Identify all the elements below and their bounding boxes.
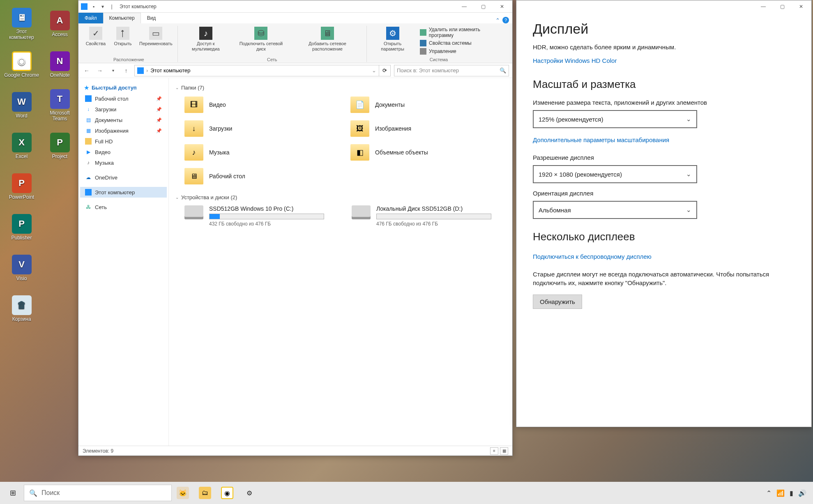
folder-3d[interactable]: ◧Объемные объекты bbox=[349, 141, 507, 164]
desktop-icon-access[interactable]: AAccess bbox=[42, 7, 77, 41]
desktop-icon-visio[interactable]: VVisio bbox=[4, 251, 39, 285]
taskbar-explorer[interactable]: 🗂 bbox=[194, 482, 216, 504]
nav-downloads[interactable]: ↓Загрузки📌 bbox=[80, 104, 167, 115]
map-drive-button[interactable]: ⛁Подключить сетевой диск bbox=[233, 26, 289, 52]
desktop-icon-publisher[interactable]: PPublisher bbox=[4, 210, 39, 245]
qat-button[interactable]: ▪ bbox=[90, 3, 97, 10]
drive-free: 476 ГБ свободно из 476 ГБ bbox=[376, 221, 491, 227]
hdr-settings-link[interactable]: Настройки Windows HD Color bbox=[533, 57, 617, 64]
drive-icon bbox=[184, 205, 203, 219]
system-properties-link[interactable]: Свойства системы bbox=[420, 40, 505, 46]
refresh-button[interactable]: ⟳ bbox=[379, 65, 391, 76]
advanced-scaling-link[interactable]: Дополнительные параметры масштабирования bbox=[533, 136, 669, 143]
collapse-ribbon-icon[interactable]: ⌃ bbox=[495, 17, 500, 23]
folder-documents[interactable]: 📄Документы bbox=[349, 93, 507, 116]
maximize-button[interactable]: ▢ bbox=[474, 0, 493, 13]
media-access-button[interactable]: ♪Доступ к мультимедиа bbox=[181, 26, 230, 52]
start-button[interactable]: ⊞ bbox=[2, 482, 24, 504]
manage-link[interactable]: Управление bbox=[420, 48, 505, 55]
recent-button[interactable]: ▾ bbox=[108, 66, 118, 76]
taskbar-cortana[interactable]: 🐱 bbox=[172, 482, 194, 504]
open-button[interactable]: ⭡Открыть bbox=[111, 26, 135, 47]
icons-view-button[interactable]: ▦ bbox=[500, 447, 508, 455]
nav-videos[interactable]: ▶Видео bbox=[80, 147, 167, 157]
tab-computer[interactable]: Компьютер bbox=[103, 13, 141, 23]
detect-button[interactable]: Обнаружить bbox=[533, 295, 582, 309]
explorer-titlebar[interactable]: ▪ ▾ | Этот компьютер — ▢ ✕ bbox=[78, 0, 512, 13]
folder-desktop[interactable]: 🖥Рабочий стол bbox=[183, 165, 341, 188]
folder-videos[interactable]: 🎞Видео bbox=[183, 93, 341, 116]
orientation-dropdown[interactable]: Альбомная⌄ bbox=[533, 201, 697, 219]
minimize-button[interactable]: — bbox=[455, 0, 474, 13]
chevron-down-icon[interactable]: ⌄ bbox=[372, 67, 376, 74]
tab-file[interactable]: Файл bbox=[78, 13, 103, 23]
desktop-icon-recycle[interactable]: 🗑Корзина bbox=[4, 291, 39, 326]
scale-dropdown[interactable]: 125% (рекомендуется)⌄ bbox=[533, 110, 697, 128]
volume-icon[interactable]: 🔊 bbox=[798, 489, 806, 497]
nav-onedrive[interactable]: ☁OneDrive bbox=[80, 172, 167, 183]
details-view-button[interactable]: ≡ bbox=[490, 447, 498, 455]
desktop-icon-excel[interactable]: XExcel bbox=[4, 129, 39, 163]
folder-downloads[interactable]: ↓Загрузки bbox=[183, 117, 341, 140]
desktop-icon-chrome[interactable]: ◉Google Chrome bbox=[4, 47, 39, 82]
nav-fullhd[interactable]: Full HD bbox=[80, 136, 167, 147]
battery-icon[interactable]: ▮ bbox=[790, 489, 793, 497]
drive-d[interactable]: Локальный Диск SSD512GB (D:) 476 ГБ своб… bbox=[350, 203, 507, 229]
desktop-icon-label: Excel bbox=[16, 154, 28, 159]
folder-music[interactable]: ♪Музыка bbox=[183, 141, 341, 164]
taskbar-chrome[interactable]: ◉ bbox=[216, 482, 238, 504]
quick-access-header[interactable]: ★Быстрый доступ bbox=[80, 82, 167, 93]
drive-free: 432 ГБ свободно из 476 ГБ bbox=[209, 221, 324, 227]
qat-dropdown[interactable]: ▾ bbox=[99, 3, 106, 10]
nav-desktop[interactable]: Рабочий стол📌 bbox=[80, 93, 167, 104]
folder-icon: 🖼 bbox=[350, 120, 369, 137]
nav-documents[interactable]: ▤Документы📌 bbox=[80, 115, 167, 125]
resolution-dropdown[interactable]: 1920 × 1080 (рекомендуется)⌄ bbox=[533, 165, 697, 183]
desktop-icon-onenote[interactable]: NOneNote bbox=[42, 47, 77, 82]
wireless-display-link[interactable]: Подключиться к беспроводному дисплею bbox=[533, 253, 652, 260]
minimize-button[interactable]: — bbox=[754, 0, 773, 13]
desktop-icon-powerpoint[interactable]: PPowerPoint bbox=[4, 169, 39, 204]
desktop-icon-word[interactable]: WWord bbox=[4, 88, 39, 123]
nav-music[interactable]: ♪Музыка bbox=[80, 157, 167, 168]
maximize-button[interactable]: ▢ bbox=[773, 0, 792, 13]
help-icon[interactable]: ? bbox=[502, 17, 509, 23]
forward-button[interactable]: → bbox=[95, 66, 105, 76]
close-button[interactable]: ✕ bbox=[493, 0, 511, 13]
folder-pictures[interactable]: 🖼Изображения bbox=[349, 117, 507, 140]
folders-group-header[interactable]: ⌄Папки (7) bbox=[175, 82, 507, 93]
desktop-icon-label: Word bbox=[16, 113, 27, 119]
address-bar[interactable]: › Этот компьютер ⌄ bbox=[134, 65, 379, 76]
open-settings-button[interactable]: ⚙Открыть параметры bbox=[370, 26, 415, 55]
breadcrumb-sep: › bbox=[146, 67, 148, 74]
star-icon: ★ bbox=[84, 85, 89, 91]
address-bar-row: ← → ▾ ↑ › Этот компьютер ⌄ ⟳ Поиск в: Эт… bbox=[78, 63, 512, 78]
search-input[interactable]: Поиск в: Этот компьютер 🔍 bbox=[394, 65, 509, 76]
desktop-icon-teams[interactable]: TMicrosoft Teams bbox=[42, 88, 77, 123]
close-button[interactable]: ✕ bbox=[792, 0, 811, 13]
back-button[interactable]: ← bbox=[82, 66, 92, 76]
properties-button[interactable]: ✓Свойства bbox=[83, 26, 108, 47]
rename-button[interactable]: ▭Переименовать bbox=[138, 26, 174, 47]
desktop-icon-this-pc[interactable]: 🖥Этот компьютер bbox=[4, 7, 39, 41]
wifi-icon[interactable]: 📶 bbox=[776, 489, 785, 497]
tab-view[interactable]: Вид bbox=[141, 13, 162, 23]
folder-icon: ↓ bbox=[184, 120, 203, 137]
up-button[interactable]: ↑ bbox=[121, 66, 131, 76]
settings-titlebar[interactable]: — ▢ ✕ bbox=[516, 0, 811, 13]
nav-this-pc[interactable]: Этот компьютер bbox=[80, 187, 167, 198]
add-net-loc-button[interactable]: 🖥Добавить сетевое расположение bbox=[292, 26, 363, 52]
nav-pictures[interactable]: ▦Изображения📌 bbox=[80, 125, 167, 136]
nav-network[interactable]: 🖧Сеть bbox=[80, 202, 167, 212]
drive-c[interactable]: SSD512GB Windows 10 Pro (C:) 432 ГБ своб… bbox=[183, 203, 339, 229]
taskbar-settings[interactable]: ⚙ bbox=[238, 482, 260, 504]
uninstall-program-link[interactable]: Удалить или изменить программу bbox=[420, 27, 505, 38]
drives-group-header[interactable]: ⌄Устройства и диски (2) bbox=[175, 192, 507, 203]
open-icon: ⭡ bbox=[116, 27, 129, 40]
breadcrumb[interactable]: Этот компьютер bbox=[150, 67, 190, 74]
media-icon: ♪ bbox=[199, 27, 212, 40]
taskbar-search[interactable]: 🔍Поиск bbox=[24, 485, 172, 501]
tray-chevron-icon[interactable]: ⌃ bbox=[766, 489, 772, 497]
pin-icon: 📌 bbox=[156, 96, 162, 101]
desktop-icon-project[interactable]: PProject bbox=[42, 129, 77, 163]
